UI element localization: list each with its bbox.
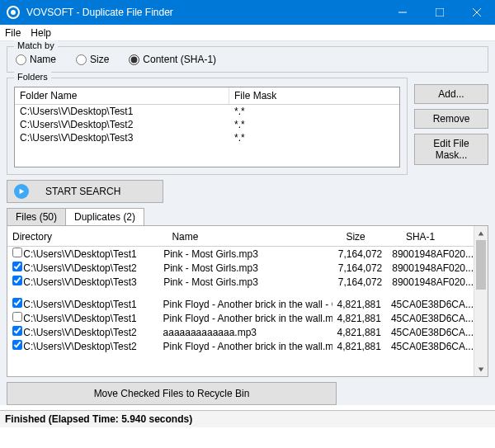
- row-sha: 45CA0E38D6CA...: [391, 327, 474, 338]
- row-checkbox[interactable]: [12, 262, 22, 271]
- window-title: VOVSOFT - Duplicate File Finder: [26, 7, 384, 18]
- match-content-radio[interactable]: Content (SHA-1): [129, 54, 216, 65]
- scrollbar[interactable]: [474, 226, 488, 376]
- row-directory: C:\Users\V\Desktop\Test1: [23, 248, 163, 260]
- row-directory: C:\Users\V\Desktop\Test2: [23, 327, 163, 338]
- row-name: aaaaaaaaaaaaa.mp3: [163, 327, 332, 338]
- row-name: Pink - Most Girls.mp3: [163, 262, 333, 274]
- folder-mask: *.*: [229, 105, 399, 118]
- app-icon: [7, 6, 20, 19]
- row-sha: 89001948AF020...: [392, 248, 474, 260]
- row-checkbox[interactable]: [12, 326, 22, 336]
- scroll-up-icon[interactable]: [474, 226, 488, 240]
- minimize-button[interactable]: [384, 0, 421, 25]
- folder-path: C:\Users\V\Desktop\Test2: [15, 118, 229, 131]
- row-checkbox[interactable]: [12, 340, 22, 350]
- folder-path: C:\Users\V\Desktop\Test3: [15, 131, 229, 144]
- scroll-thumb[interactable]: [476, 240, 486, 290]
- row-size: 4,821,881: [332, 313, 391, 324]
- result-row[interactable]: C:\Users\V\Desktop\Test2Pink - Most Girl…: [7, 261, 474, 275]
- row-size: 7,164,072: [333, 276, 392, 288]
- folder-mask: *.*: [229, 131, 399, 144]
- results-panel: Directory Name Size SHA-1 C:\Users\V\Des…: [7, 225, 488, 377]
- col-directory[interactable]: Directory: [7, 231, 167, 243]
- folders-table[interactable]: Folder Name File Mask C:\Users\V\Desktop…: [14, 87, 400, 167]
- row-sha: 45CA0E38D6CA...: [391, 341, 474, 352]
- row-size: 4,821,881: [332, 299, 391, 310]
- folders-col-mask[interactable]: File Mask: [229, 87, 399, 104]
- row-size: 7,164,072: [333, 262, 392, 274]
- row-directory: C:\Users\V\Desktop\Test2: [23, 262, 163, 274]
- result-row[interactable]: C:\Users\V\Desktop\Test2aaaaaaaaaaaaa.mp…: [7, 325, 474, 339]
- status-bar: Finished (Elapsed Time: 5.940 seconds): [0, 410, 495, 427]
- row-name: Pink Floyd - Another brick in the wall -…: [163, 299, 332, 310]
- folders-group: Folders Folder Name File Mask C:\Users\V…: [7, 78, 408, 175]
- row-checkbox[interactable]: [12, 276, 22, 285]
- maximize-button[interactable]: [421, 0, 458, 25]
- menubar: File Help: [0, 25, 495, 41]
- menu-file[interactable]: File: [5, 27, 21, 39]
- match-name-radio[interactable]: Name: [16, 54, 56, 65]
- result-row[interactable]: C:\Users\V\Desktop\Test1Pink - Most Girl…: [7, 247, 474, 261]
- result-row[interactable]: C:\Users\V\Desktop\Test3Pink - Most Girl…: [7, 275, 474, 289]
- row-directory: C:\Users\V\Desktop\Test1: [23, 299, 163, 310]
- result-row[interactable]: C:\Users\V\Desktop\Test2Pink Floyd - Ano…: [7, 339, 474, 353]
- svg-marker-6: [478, 367, 483, 371]
- svg-marker-4: [20, 189, 25, 194]
- row-name: Pink Floyd - Another brick in the wall.m…: [163, 341, 332, 352]
- row-sha: 89001948AF020...: [392, 276, 474, 288]
- row-directory: C:\Users\V\Desktop\Test3: [23, 276, 163, 288]
- svg-marker-5: [478, 231, 483, 235]
- row-name: Pink - Most Girls.mp3: [163, 248, 333, 260]
- tab-duplicates[interactable]: Duplicates (2): [65, 208, 144, 225]
- menu-help[interactable]: Help: [31, 27, 51, 39]
- close-button[interactable]: [458, 0, 495, 25]
- folder-row[interactable]: C:\Users\V\Desktop\Test2*.*: [15, 118, 399, 131]
- folders-legend: Folders: [14, 72, 51, 82]
- remove-button[interactable]: Remove: [414, 109, 488, 129]
- row-checkbox[interactable]: [12, 248, 22, 257]
- row-directory: C:\Users\V\Desktop\Test2: [23, 341, 163, 352]
- play-icon: [14, 184, 29, 199]
- row-sha: 45CA0E38D6CA...: [391, 313, 474, 324]
- row-checkbox[interactable]: [12, 298, 22, 308]
- tab-files[interactable]: Files (50): [7, 208, 66, 225]
- match-by-group: Match by Name Size Content (SHA-1): [7, 46, 488, 73]
- row-directory: C:\Users\V\Desktop\Test1: [23, 313, 163, 324]
- row-sha: 45CA0E38D6CA...: [391, 299, 474, 310]
- row-name: Pink - Most Girls.mp3: [163, 276, 333, 288]
- svg-rect-1: [436, 8, 444, 17]
- result-row[interactable]: C:\Users\V\Desktop\Test1Pink Floyd - Ano…: [7, 311, 474, 325]
- folder-mask: *.*: [229, 118, 399, 131]
- col-name[interactable]: Name: [167, 231, 341, 243]
- add-button[interactable]: Add...: [414, 84, 488, 104]
- row-size: 7,164,072: [333, 248, 392, 260]
- match-by-legend: Match by: [14, 40, 58, 50]
- row-checkbox[interactable]: [12, 312, 22, 322]
- folder-path: C:\Users\V\Desktop\Test1: [15, 105, 229, 118]
- row-sha: 89001948AF020...: [392, 262, 474, 274]
- col-sha[interactable]: SHA-1: [401, 231, 474, 243]
- row-name: Pink Floyd - Another brick in the wall.m…: [163, 313, 332, 324]
- col-size[interactable]: Size: [341, 231, 400, 243]
- folder-row[interactable]: C:\Users\V\Desktop\Test1*.*: [15, 105, 399, 118]
- edit-mask-button[interactable]: Edit File Mask...: [414, 134, 488, 165]
- row-size: 4,821,881: [332, 327, 391, 338]
- row-size: 4,821,881: [332, 341, 391, 352]
- scroll-down-icon[interactable]: [474, 362, 488, 376]
- folders-col-name[interactable]: Folder Name: [15, 87, 229, 104]
- folder-row[interactable]: C:\Users\V\Desktop\Test3*.*: [15, 131, 399, 144]
- move-to-recycle-button[interactable]: Move Checked Files to Recycle Bin: [7, 382, 337, 405]
- result-row[interactable]: C:\Users\V\Desktop\Test1Pink Floyd - Ano…: [7, 297, 474, 311]
- match-size-radio[interactable]: Size: [76, 54, 109, 65]
- titlebar: VOVSOFT - Duplicate File Finder: [0, 0, 495, 25]
- start-search-button[interactable]: START SEARCH: [7, 180, 163, 203]
